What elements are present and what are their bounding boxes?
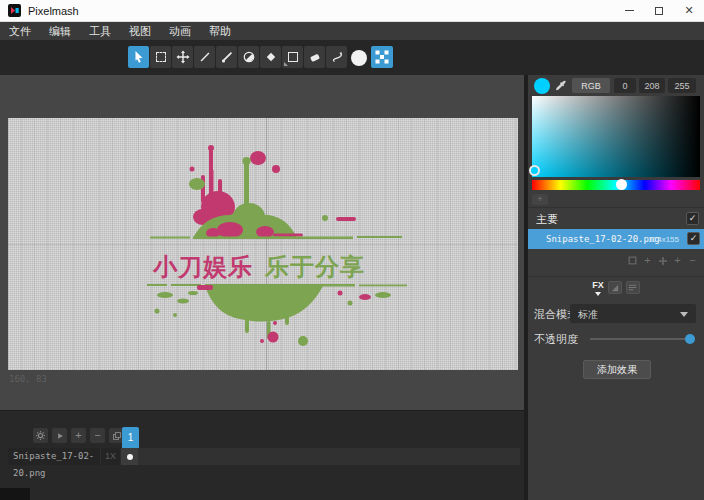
color-mode-select[interactable]: RGB — [572, 78, 610, 93]
play-icon — [55, 431, 65, 441]
duplicate-layer-icon — [628, 256, 637, 265]
minimize-button[interactable] — [614, 0, 644, 21]
move-tool-button[interactable] — [172, 46, 193, 68]
hue-slider-handle[interactable] — [616, 179, 627, 190]
brush-shape-button[interactable] — [351, 50, 367, 66]
track-layer-name: Snipaste_17-02-20.png — [8, 448, 100, 465]
rectangle-icon — [288, 52, 298, 62]
blend-mode-select[interactable]: 标准 — [570, 304, 696, 323]
pointer-tool-button[interactable] — [128, 46, 149, 68]
window-controls: ✕ — [614, 0, 704, 21]
minus-icon: − — [94, 430, 100, 441]
eyedropper-icon[interactable] — [554, 79, 568, 93]
shape-tool-button[interactable] — [282, 46, 303, 68]
section-divider — [528, 276, 704, 277]
lasso-tool-button[interactable] — [326, 46, 347, 68]
opacity-slider-handle[interactable] — [685, 334, 695, 344]
hue-slider[interactable] — [532, 180, 700, 190]
menu-edit[interactable]: 编辑 — [40, 22, 80, 40]
thumbnail-icon — [611, 284, 619, 292]
pencil-icon — [198, 50, 212, 64]
layer-group-name: 主要 — [536, 212, 558, 227]
add-layer-button[interactable]: + — [641, 254, 654, 267]
menu-help[interactable]: 帮助 — [200, 22, 240, 40]
move-icon — [176, 50, 190, 64]
add-effect-button[interactable]: 添加效果 — [583, 360, 651, 379]
animation-timeline: + − 1 Snipaste_17-02-20.png 1X — [0, 410, 524, 500]
artwork-splat-logo: 小刀娱乐 乐于分享 — [145, 145, 415, 350]
fill-tool-button[interactable] — [260, 46, 281, 68]
close-button[interactable]: ✕ — [674, 0, 704, 21]
minimize-icon — [625, 10, 634, 11]
play-button[interactable] — [52, 428, 67, 443]
delete-layer-button[interactable]: − — [686, 254, 699, 267]
red-value-field[interactable]: 0 — [614, 78, 636, 93]
duplicate-layer-button[interactable] — [626, 254, 639, 267]
workspace: 小刀娱乐 乐于分享 — [0, 75, 524, 410]
menu-view[interactable]: 视图 — [120, 22, 160, 40]
add-group-button[interactable]: + — [671, 254, 684, 267]
remove-frame-button[interactable]: − — [90, 428, 105, 443]
tool-group — [128, 46, 347, 68]
saturation-brightness-picker[interactable] — [532, 96, 700, 177]
frame-1-tab[interactable]: 1 — [122, 427, 139, 448]
merge-layer-button[interactable] — [656, 254, 669, 267]
keyframe-cell[interactable] — [120, 448, 138, 465]
fx-button[interactable]: FX — [592, 281, 604, 301]
keyframe-dot-icon — [127, 454, 133, 460]
plus-icon: + — [674, 255, 680, 266]
blue-value-field[interactable]: 255 — [668, 78, 696, 93]
right-panel: RGB 0 208 255 + 主要 ✓ Snipaste_17-02-20.p… — [528, 75, 704, 500]
chevron-down-icon — [595, 292, 601, 296]
layer-group-row[interactable]: 主要 ✓ — [528, 210, 704, 228]
cursor-coordinates: 160, 83 — [9, 374, 47, 384]
minus-icon: − — [689, 255, 695, 266]
window-corner-patch — [0, 488, 30, 500]
timeline-buttons: + − — [33, 428, 124, 443]
layer-text-toggle-button[interactable] — [626, 281, 640, 294]
pointer-icon — [132, 50, 146, 64]
timeline-settings-button[interactable] — [33, 428, 48, 443]
round-brush-icon — [351, 50, 367, 66]
marquee-tool-button[interactable] — [150, 46, 171, 68]
eraser-icon — [308, 50, 322, 64]
menu-animation[interactable]: 动画 — [160, 22, 200, 40]
sv-picker-handle[interactable] — [529, 165, 540, 176]
eraser-tool-button[interactable] — [304, 46, 325, 68]
fx-label: FX — [592, 281, 604, 290]
window-title: Pixelmash — [28, 5, 79, 17]
group-visibility-checkbox[interactable]: ✓ — [686, 212, 699, 225]
add-swatch-button[interactable]: + — [532, 194, 548, 205]
chevron-down-icon — [680, 312, 688, 317]
current-color-swatch[interactable] — [534, 78, 550, 94]
brush-icon — [220, 50, 234, 64]
opacity-slider[interactable] — [590, 338, 690, 340]
section-divider — [528, 207, 704, 208]
layer-row-selected[interactable]: Snipaste_17-02-20.png 314x155 ✓ — [528, 229, 704, 249]
layer-thumbnail-toggle-button[interactable] — [608, 281, 622, 294]
track-speed: 1X — [100, 448, 120, 465]
brush-tool-button[interactable] — [216, 46, 237, 68]
menu-tools[interactable]: 工具 — [80, 22, 120, 40]
pencil-tool-button[interactable] — [194, 46, 215, 68]
green-value-field[interactable]: 208 — [639, 78, 665, 93]
layer-size: 314x155 — [648, 235, 679, 244]
add-frame-button[interactable]: + — [71, 428, 86, 443]
plus-icon: + — [644, 255, 650, 266]
titlebar: Pixelmash ✕ — [0, 0, 704, 22]
maximize-button[interactable] — [644, 0, 674, 21]
lines-icon — [628, 284, 637, 291]
merge-move-icon — [658, 256, 668, 266]
dither-pattern-button[interactable] — [371, 46, 393, 68]
shading-tool-button[interactable] — [238, 46, 259, 68]
menu-file[interactable]: 文件 — [0, 22, 40, 40]
lasso-pen-icon — [330, 50, 344, 64]
layer-buttons: + + − — [626, 254, 699, 267]
layer-visibility-checkbox[interactable]: ✓ — [687, 232, 700, 245]
pixel-canvas[interactable]: 小刀娱乐 乐于分享 — [8, 118, 518, 370]
close-icon: ✕ — [684, 5, 693, 16]
flyout-indicator-icon — [284, 62, 288, 66]
effects-header: FX — [528, 281, 704, 301]
timeline-track-row[interactable]: Snipaste_17-02-20.png 1X — [8, 448, 520, 465]
opacity-label: 不透明度 — [534, 332, 578, 347]
